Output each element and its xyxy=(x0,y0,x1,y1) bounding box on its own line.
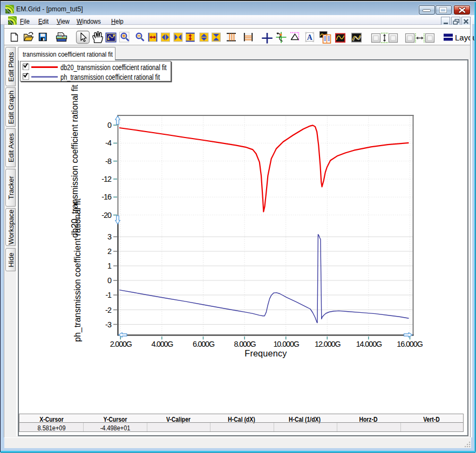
svg-text:6.000G: 6.000G xyxy=(193,340,215,348)
svg-text:-16: -16 xyxy=(101,193,112,201)
svg-text:-8: -8 xyxy=(105,157,112,166)
svg-text:ph_transmission coefficient ra: ph_transmission coefficient rational fit xyxy=(73,198,83,342)
svg-text:10.000G: 10.000G xyxy=(273,340,300,348)
svg-text:2.000G: 2.000G xyxy=(110,340,132,348)
svg-text:Layout: Layout xyxy=(455,33,476,42)
svg-text:A: A xyxy=(307,33,313,42)
svg-text:-1: -1 xyxy=(106,291,112,299)
svg-text:-12: -12 xyxy=(101,175,112,183)
svg-text:4.000G: 4.000G xyxy=(151,340,173,348)
svg-text:-3: -3 xyxy=(105,320,112,329)
svg-text:Frequency: Frequency xyxy=(244,348,287,358)
svg-text:12.000G: 12.000G xyxy=(315,340,341,348)
svg-text:14.000G: 14.000G xyxy=(356,340,383,348)
svg-text:8.000G: 8.000G xyxy=(234,340,256,348)
svg-text:-4: -4 xyxy=(105,139,112,147)
svg-text:-20: -20 xyxy=(101,211,112,219)
svg-text:1: 1 xyxy=(107,262,112,270)
svg-text:0: 0 xyxy=(107,121,112,129)
svg-text:2: 2 xyxy=(107,247,112,256)
svg-text:0: 0 xyxy=(107,276,112,285)
svg-text:-2: -2 xyxy=(105,306,112,314)
svg-text:3: 3 xyxy=(107,232,112,241)
svg-text:16.000G: 16.000G xyxy=(397,340,423,348)
